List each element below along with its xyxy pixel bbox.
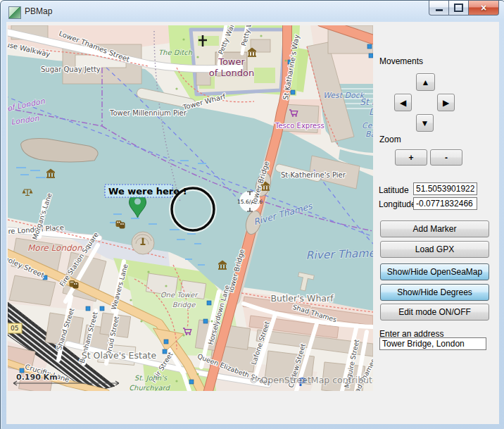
- window-title: PBMap: [25, 6, 52, 16]
- zoom-out-button[interactable]: -: [430, 149, 462, 166]
- latitude-label: Latitude: [379, 185, 409, 195]
- latitude-input[interactable]: [413, 182, 477, 195]
- label-sugar-quay-jetty: Sugar Quay Jetty: [41, 66, 101, 73]
- label-one-tower-bridge: One Tower: [160, 291, 199, 299]
- edit-mode-button[interactable]: Edit mode ON/OFF: [380, 304, 489, 321]
- bus-stop-icon: [369, 54, 373, 58]
- label-tower-of-london: of London: [209, 68, 254, 78]
- label-dock-basin: Ba: [365, 130, 373, 139]
- pbmap-window: PBMap ×: [0, 0, 504, 429]
- bus-stop-icon: [291, 90, 295, 94]
- move-up-button[interactable]: ▲: [416, 73, 435, 91]
- app-icon: [8, 6, 21, 19]
- road-ref-badge: 05: [8, 323, 22, 333]
- svg-text:We were here !: We were here !: [108, 186, 187, 197]
- label-more-london: More London: [27, 243, 82, 253]
- close-button[interactable]: ×: [468, 1, 499, 15]
- label-tower-of-london: Tower: [218, 56, 245, 67]
- address-input[interactable]: [379, 337, 486, 350]
- label-west-dock: West Dock: [323, 91, 365, 100]
- client-area: P 15.6/49.6 05 use W: [6, 22, 499, 424]
- titlebar[interactable]: PBMap ×: [1, 1, 504, 22]
- label-river-thames: River Thames: [305, 247, 373, 262]
- maximize-button[interactable]: [448, 1, 469, 15]
- move-down-button[interactable]: ▼: [416, 114, 434, 132]
- label-butlers-wharf: Butler's Wharf: [270, 293, 334, 304]
- bus-stop-icon: [189, 380, 194, 384]
- caption-buttons: ×: [429, 1, 499, 15]
- longitude-input[interactable]: [413, 197, 477, 210]
- minimize-button[interactable]: [429, 1, 449, 15]
- toggle-degrees-button[interactable]: Show/Hide Degrees: [380, 284, 489, 301]
- zoom-in-button[interactable]: +: [395, 149, 427, 166]
- close-icon: ×: [481, 3, 486, 13]
- movements-label: Movements: [379, 56, 423, 66]
- label-one-tower-bridge: Bridge: [172, 301, 196, 309]
- label-tesco-express: Tesco Express: [275, 122, 325, 130]
- maximize-icon: [454, 4, 463, 12]
- bus-stop-icon: [43, 275, 47, 280]
- attribution: © OpenStreetMap contributors: [249, 375, 373, 385]
- label-st-johns-churchyard: St. John's: [134, 374, 168, 382]
- label-the-ditch: The Ditch: [158, 49, 193, 56]
- svg-text:0.190 Km: 0.190 Km: [16, 373, 58, 382]
- bus-stop-icon: [86, 306, 90, 311]
- label-st-katharine-docks: D: [369, 106, 373, 117]
- bus-stop-icon: [100, 306, 104, 311]
- label-st-johns-churchyard: Churchyard: [129, 384, 170, 391]
- toggle-openseamap-button[interactable]: Show/Hide OpenSeaMap: [380, 263, 489, 280]
- minimize-icon: [436, 9, 443, 11]
- marker-label[interactable]: We were here !: [105, 185, 187, 197]
- label-st-katharine-docks: St Ka: [360, 97, 373, 107]
- zoom-label: Zoom: [379, 135, 401, 144]
- label-st-katherines-pier: St Katherine's Pier: [281, 171, 346, 179]
- bus-stop-icon: [367, 44, 372, 49]
- svg-text:05: 05: [11, 325, 18, 332]
- longitude-label: Longitude: [379, 199, 416, 209]
- bus-stop-icon: [203, 319, 208, 323]
- load-gpx-button[interactable]: Load GPX: [380, 241, 489, 258]
- bus-stop-icon: [207, 301, 211, 305]
- label-st-olaves-estate: St Olave's Estate: [82, 350, 157, 361]
- move-right-button[interactable]: ▶: [437, 94, 455, 111]
- move-left-button[interactable]: ◀: [394, 94, 412, 111]
- label-tower-millennium-pier: Tower Millennium Pier: [109, 109, 187, 117]
- map-view[interactable]: P 15.6/49.6 05 use W: [8, 25, 373, 391]
- add-marker-button[interactable]: Add Marker: [380, 220, 489, 237]
- bus-stop-icon: [164, 340, 168, 344]
